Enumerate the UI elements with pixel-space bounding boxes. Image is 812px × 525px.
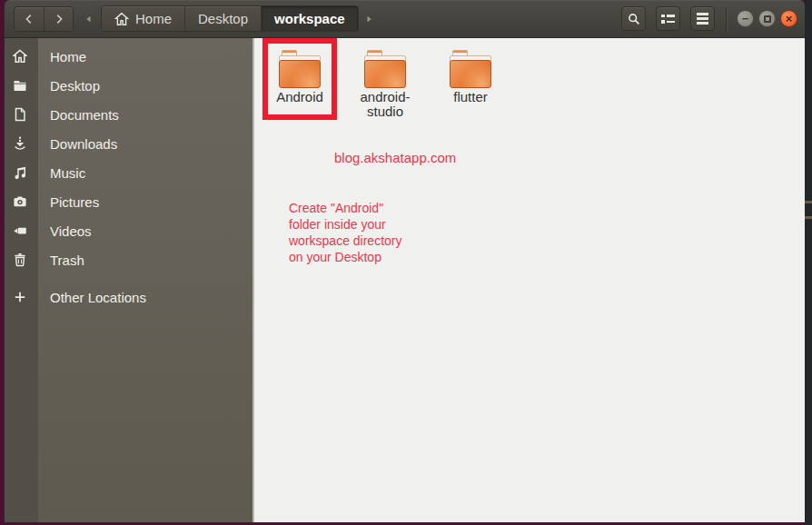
hamburger-menu-icon	[697, 13, 708, 25]
chevron-left-icon	[23, 13, 35, 25]
annotation-note-line: Create "Android"	[289, 200, 402, 216]
sidebar-item-other-locations[interactable]: Other Locations	[5, 282, 253, 312]
breadcrumb-label: Home	[135, 11, 172, 26]
breadcrumb-home[interactable]: Home	[102, 6, 184, 31]
file-label: android-studio	[351, 90, 420, 119]
breadcrumb-desktop[interactable]: Desktop	[184, 6, 261, 31]
sidebar-item-downloads[interactable]: Downloads	[5, 129, 253, 158]
video-camera-icon	[13, 223, 27, 238]
file-item-flutter[interactable]: flutter	[433, 38, 508, 104]
forward-button[interactable]	[44, 7, 73, 31]
sidebar-item-label: Pictures	[50, 194, 99, 210]
breadcrumb-workspace[interactable]: workspace	[261, 6, 358, 31]
chevron-right-icon	[53, 13, 65, 25]
sidebar-item-label: Documents	[50, 107, 119, 123]
sidebar-item-label: Trash	[50, 253, 84, 268]
header-separator	[726, 7, 727, 31]
folder-icon	[364, 50, 406, 88]
close-icon: ×	[786, 13, 793, 25]
desktop-edge-right	[805, 0, 812, 525]
music-icon	[13, 165, 27, 180]
file-item-android-studio[interactable]: android-studio	[348, 38, 422, 119]
back-button[interactable]	[15, 7, 44, 31]
view-list-button[interactable]	[656, 6, 680, 31]
home-icon	[13, 49, 27, 64]
desktop-edge-artifact	[805, 201, 812, 203]
close-button[interactable]: ×	[780, 10, 797, 27]
sidebar-item-desktop[interactable]: Desktop	[5, 71, 253, 100]
file-label: flutter	[453, 90, 488, 104]
sidebar-item-label: Music	[50, 165, 85, 181]
sidebar-item-trash[interactable]: Trash	[5, 245, 253, 274]
search-icon	[627, 12, 641, 26]
sidebar-item-label: Desktop	[50, 78, 100, 94]
breadcrumb: Home Desktop workspace	[101, 5, 359, 32]
triangle-left-icon	[84, 14, 94, 25]
document-icon	[13, 107, 27, 122]
sidebar-item-label: Other Locations	[50, 290, 146, 305]
history-nav-group	[14, 6, 74, 32]
sidebar-item-documents[interactable]: Documents	[5, 100, 253, 129]
annotation-blog-link: blog.akshatapp.com	[334, 150, 456, 165]
desktop-edge-artifact	[805, 216, 812, 219]
sidebar-item-videos[interactable]: Videos	[5, 216, 253, 245]
annotation-note-line: on your Desktop	[289, 249, 402, 265]
list-view-icon	[661, 15, 675, 24]
annotation-note: Create "Android" folder inside your work…	[289, 200, 402, 265]
file-view: Android android-studio flutter blog.aksh…	[254, 38, 805, 522]
sidebar-item-label: Downloads	[50, 136, 117, 152]
sidebar-item-label: Home	[50, 49, 86, 64]
window-body: Home Desktop Documents Downloads	[5, 38, 805, 522]
download-icon	[13, 136, 27, 151]
maximize-button[interactable]	[758, 10, 776, 27]
minimize-button[interactable]: −	[737, 10, 754, 27]
folder-icon	[13, 78, 27, 93]
maximize-icon	[764, 15, 771, 23]
file-manager-window: Home Desktop workspace	[5, 0, 805, 522]
places-sidebar: Home Desktop Documents Downloads	[5, 38, 253, 522]
sidebar-item-music[interactable]: Music	[5, 158, 253, 187]
menu-button[interactable]	[690, 6, 715, 31]
breadcrumb-scroll-right-button[interactable]	[362, 6, 375, 32]
trash-icon	[13, 253, 27, 267]
breadcrumb-label: Desktop	[198, 11, 248, 26]
headerbar: Home Desktop workspace	[5, 0, 805, 38]
camera-icon	[13, 194, 27, 209]
sidebar-item-home[interactable]: Home	[5, 42, 253, 71]
breadcrumb-label: workspace	[274, 11, 345, 26]
window-controls: − ×	[737, 10, 797, 27]
sidebar-item-label: Videos	[50, 223, 92, 239]
annotation-note-line: workspace directory	[289, 233, 402, 249]
annotation-note-line: folder inside your	[289, 216, 402, 233]
breadcrumb-scroll-left-button[interactable]	[83, 6, 95, 32]
sidebar-item-pictures[interactable]: Pictures	[5, 187, 253, 216]
home-icon	[114, 12, 129, 26]
plus-icon	[13, 290, 27, 304]
folder-icon	[450, 50, 491, 88]
folder-icon	[279, 50, 321, 88]
file-label: Android	[276, 90, 323, 104]
triangle-right-icon	[363, 14, 374, 25]
file-item-android[interactable]: Android	[262, 38, 337, 104]
minimize-icon: −	[742, 13, 749, 25]
search-button[interactable]	[621, 6, 646, 31]
